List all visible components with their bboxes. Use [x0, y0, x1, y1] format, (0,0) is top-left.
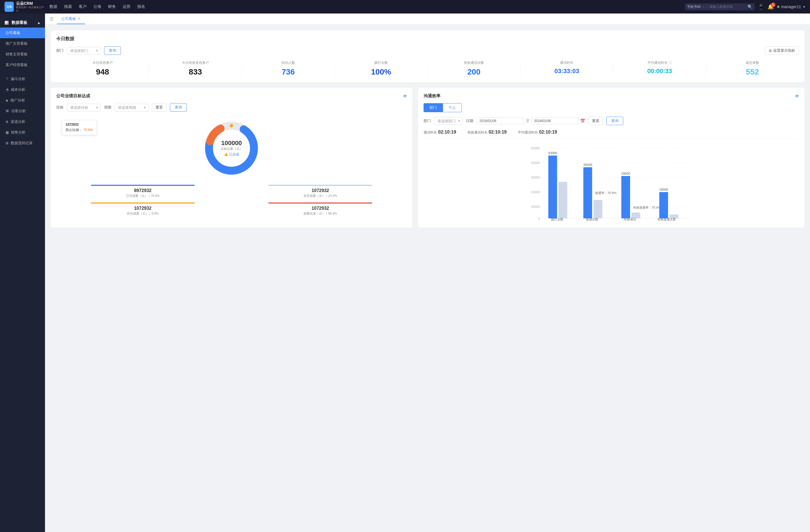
legend-desc: 应完成量（元）｜8.9% — [56, 212, 229, 216]
target-controls: 目标 请选择目标 周期 请选择周期 重置 — [56, 103, 407, 112]
search-input[interactable] — [709, 5, 746, 9]
tab-dept[interactable]: 部门 — [424, 103, 443, 112]
y-label-10000: 10000 — [531, 205, 540, 209]
sidebar-item-label: 访客分析 — [11, 109, 26, 114]
today-filter-row: 部门 请选择部门 查询 ⚙ 设置显示指标 — [56, 46, 799, 55]
sidebar-item-visitor[interactable]: ⌘ 访客分析 — [0, 106, 45, 116]
logo-sub: 教育机构一站式服务云平台 — [16, 6, 44, 12]
efficiency-query-button[interactable]: 查询 — [606, 117, 623, 125]
stat-label: 拨打次数 — [339, 61, 423, 65]
sidebar-item-data-flow[interactable]: ⊞ 数据流转记录 — [0, 138, 45, 148]
stat-label: 平均通话时长 ⓘ — [618, 61, 701, 65]
call-duration-label: 通话时长 — [424, 131, 438, 134]
nav-operations[interactable]: 运营 — [123, 3, 130, 11]
sidebar-item-cost[interactable]: ◔ 成本分析 — [0, 84, 45, 95]
main-layout: 📊 数据看板 ▲ 公司看板 推广主管看板 销售主管看板 客户经理看板 ⊤ 漏斗分… — [0, 14, 810, 532]
efficiency-dept-select[interactable]: 请选择部门 — [434, 117, 463, 125]
search-icon[interactable]: 🔍 — [748, 4, 752, 9]
stat-revisit: 回访人数 736 — [242, 61, 335, 77]
efficiency-reset-button[interactable]: 重置 — [588, 117, 603, 125]
bar-dial-blue — [548, 155, 557, 218]
efficiency-date-label: 日期 — [466, 118, 473, 123]
nav-signup[interactable]: 报名 — [137, 3, 145, 11]
effective-value: 02:10:19 — [488, 130, 506, 134]
period-select[interactable]: 请选择周期 — [115, 104, 148, 111]
target-reset-button[interactable]: 重置 — [152, 103, 166, 112]
settings-button[interactable]: ⚙ 设置显示指标 — [765, 46, 799, 55]
annotation-effective-rate: 有效接通率：70.9% — [633, 206, 661, 209]
sidebar-collapse-icon[interactable]: ▲ — [37, 21, 40, 25]
sidebar-item-customer-manager[interactable]: 客户经理看板 — [0, 60, 45, 70]
nav-data[interactable]: 数据 — [49, 3, 58, 11]
sidebar-item-label: 推广主管看板 — [6, 41, 28, 46]
y-label-40000: 40000 — [531, 161, 540, 165]
legend-completed: 8972932 已完成量（元）｜70.9% — [56, 185, 229, 198]
stat-first-consult: 今日首咨客户 948 — [56, 61, 149, 77]
legend-grid: 8972932 已完成量（元）｜70.9% 1072932 未完成量（元）｜20… — [56, 185, 407, 216]
target-refresh-icon[interactable]: ⟳ — [403, 94, 407, 98]
stat-label: 今日有效首咨客户 — [153, 61, 237, 65]
sidebar-section-header[interactable]: 📊 数据看板 ▲ — [0, 18, 45, 28]
bar-chart-svg: 50000 40000 30000 20000 10000 0 — [424, 146, 799, 222]
target-query-button[interactable]: 查询 — [170, 103, 187, 112]
sidebar-item-promo-analysis[interactable]: ◈ 推广分析 — [0, 95, 45, 106]
tab-individual[interactable]: 个人 — [443, 103, 462, 112]
user-info[interactable]: manager11 ▼ — [777, 4, 806, 9]
sidebar-item-label: 数据流转记录 — [11, 140, 33, 146]
sidebar-item-label: 成本分析 — [11, 87, 25, 92]
nav-public[interactable]: 公海 — [93, 3, 101, 11]
stat-value: 552 — [711, 67, 794, 77]
notification-icon[interactable]: 🔔 5 — [767, 4, 774, 10]
stat-label: 通话时长 — [525, 61, 609, 65]
nav-finance[interactable]: 财务 — [108, 3, 116, 11]
settings-icon: ⚙ — [769, 49, 772, 53]
stat-label: 成交单数 — [711, 61, 794, 65]
donut-center: 100000 目标总量（元） 👍 已达成 — [221, 139, 242, 157]
efficiency-effective-stat: 有效通话时长 02:10:19 — [467, 130, 506, 135]
legend-value: 8972932 — [56, 188, 229, 193]
sidebar-item-channel[interactable]: ⊕ 渠道分析 — [0, 116, 45, 127]
sidebar-item-label: 销售主管看板 — [6, 52, 28, 57]
tab-close-icon[interactable]: ✕ — [78, 17, 80, 21]
stat-label: 有效通话次数 — [432, 61, 516, 65]
bar-dial-val: 43000 — [548, 151, 557, 155]
sidebar-item-label: 漏斗分析 — [11, 77, 25, 82]
efficiency-chart-title: 沟通效率 ⟳ — [424, 93, 799, 99]
donut-tooltip-value: 1072932 — [66, 122, 93, 127]
stat-avg-duration: 平均通话时长 ⓘ 00:00:33 — [613, 61, 706, 77]
tab-company-board[interactable]: 公司看板 ✕ — [57, 14, 85, 24]
tablet-icon[interactable]: 📱 — [758, 4, 764, 10]
stat-deals: 成交单数 552 — [706, 61, 799, 77]
nav-customer[interactable]: 客户 — [79, 3, 87, 11]
sidebar-item-sales-manager[interactable]: 销售主管看板 — [0, 49, 45, 60]
today-dept-select-wrapper: 请选择部门 — [67, 47, 101, 54]
date-from-input[interactable] — [477, 118, 524, 124]
target-select[interactable]: 请选择目标 — [67, 104, 101, 111]
sidebar-item-sales-analysis[interactable]: ▦ 销售分析 — [0, 127, 45, 138]
calendar-icon[interactable]: 📅 — [580, 119, 585, 123]
tab-bar-toggle[interactable]: ☰ — [49, 16, 53, 22]
sidebar-section-title: 📊 数据看板 — [4, 20, 27, 25]
sidebar-item-company-board[interactable]: 公司看板 — [0, 28, 45, 38]
nav-leads[interactable]: 线索 — [64, 3, 72, 11]
legend-value: 1072932 — [234, 188, 407, 193]
bar-connect-blue — [584, 167, 592, 218]
today-query-button[interactable]: 查询 — [104, 46, 121, 55]
x-label-effective: 有效通话 — [624, 218, 636, 221]
efficiency-chart-card: 沟通效率 ⟳ 部门 个人 部门 请选择部门 — [418, 88, 804, 228]
search-select-label[interactable]: 手机号码 — [687, 4, 701, 9]
legend-desc: 未完成量（元）｜20.9% — [234, 194, 407, 198]
user-dropdown-icon[interactable]: ▼ — [803, 5, 806, 9]
today-dept-select[interactable]: 请选择部门 — [67, 47, 101, 54]
target-select-wrapper: 请选择目标 — [67, 104, 101, 111]
date-to-input[interactable] — [531, 118, 579, 124]
bottom-row: 公司业绩目标达成 ⟳ 目标 请选择目标 周期 — [51, 88, 804, 228]
sidebar-item-promo-manager[interactable]: 推广主管看板 — [0, 38, 45, 49]
top-nav: 云朵 云朵CRM 教育机构一站式服务云平台 数据 线索 客户 公海 财务 运营 … — [0, 0, 810, 14]
stat-label: 回访人数 — [246, 61, 330, 65]
sidebar-item-funnel[interactable]: ⊤ 漏斗分析 — [0, 74, 45, 84]
online-indicator — [777, 6, 779, 8]
legend-bar-blue — [91, 185, 195, 186]
efficiency-refresh-icon[interactable]: ⟳ — [795, 94, 799, 98]
target-chart-title: 公司业绩目标达成 ⟳ — [56, 93, 407, 99]
